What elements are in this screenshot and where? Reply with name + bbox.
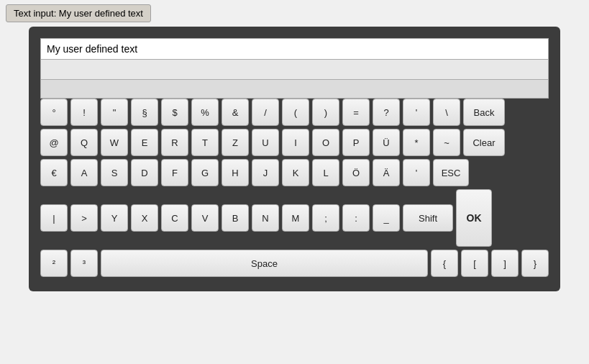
key-quote[interactable]: " [101,99,128,126]
key-tilde[interactable]: ~ [433,129,460,156]
key-b[interactable]: B [222,204,249,232]
key-section[interactable]: § [131,99,158,126]
key-v[interactable]: V [191,204,219,232]
key-rcurly[interactable]: } [521,250,549,277]
key-euro[interactable]: € [40,159,68,186]
key-i[interactable]: I [282,129,309,156]
key-z[interactable]: Z [222,129,249,156]
key-row-5: ² ³ Space { [ ] } [40,250,549,277]
key-g[interactable]: G [191,159,219,186]
key-lparen[interactable]: ( [282,99,309,126]
key-y[interactable]: Y [101,204,128,232]
key-aumlaut[interactable]: Ä [373,159,400,186]
main-text-input[interactable] [40,38,549,60]
key-superscript3[interactable]: ³ [70,250,98,277]
key-at[interactable]: @ [40,129,68,156]
backspace-button[interactable]: Back [463,99,505,126]
key-lbracket[interactable]: [ [461,250,488,277]
key-f[interactable]: F [161,159,188,186]
key-percent[interactable]: % [191,99,219,126]
key-oumlaut[interactable]: Ö [342,159,370,186]
key-rparen[interactable]: ) [312,99,339,126]
key-a[interactable]: A [70,159,98,186]
key-d[interactable]: D [131,159,158,186]
key-colon[interactable]: : [342,204,370,232]
tertiary-input-field [40,80,549,99]
key-uumlaut[interactable]: Ü [373,129,400,156]
key-k[interactable]: K [282,159,309,186]
key-l[interactable]: L [312,159,339,186]
clear-button[interactable]: Clear [463,129,505,156]
key-row-4: | > Y X C V B N M ; : _ Shift OK [40,189,549,247]
key-underscore[interactable]: _ [373,204,400,232]
key-t[interactable]: T [191,129,219,156]
key-equals[interactable]: = [342,99,370,126]
key-q[interactable]: Q [70,129,98,156]
secondary-input-field [40,60,549,80]
key-slash[interactable]: / [252,99,279,126]
key-singlequote[interactable]: ' [403,159,430,186]
key-row-3: € A S D F G H J K L Ö Ä ' ESC [40,159,549,186]
key-backtick[interactable]: ' [403,99,430,126]
key-semicolon[interactable]: ; [312,204,339,232]
key-superscript2[interactable]: ² [40,250,68,277]
shift-button[interactable]: Shift [403,204,453,232]
key-h[interactable]: H [222,159,249,186]
main-key-rows: ° ! " § $ % & / ( ) = ? ' \ Back @ Q W [40,99,549,280]
key-row-2: @ Q W E R T Z U I O P Ü * ~ Clear [40,129,549,156]
key-gt[interactable]: > [70,204,98,232]
key-r[interactable]: R [161,129,188,156]
key-lcurly[interactable]: { [431,250,458,277]
key-x[interactable]: X [131,204,158,232]
key-pipe[interactable]: | [40,204,68,232]
key-c[interactable]: C [161,204,188,232]
key-m[interactable]: M [282,204,309,232]
key-p[interactable]: P [342,129,370,156]
key-backslash[interactable]: \ [433,99,460,126]
esc-button[interactable]: ESC [433,159,469,186]
key-e[interactable]: E [131,129,158,156]
space-button[interactable]: Space [101,250,428,277]
key-j[interactable]: J [252,159,279,186]
key-dollar[interactable]: $ [161,99,188,126]
key-u[interactable]: U [252,129,279,156]
key-rbracket[interactable]: ] [491,250,519,277]
key-ampersand[interactable]: & [222,99,249,126]
keyboard-area: ° ! " § $ % & / ( ) = ? ' \ Back @ Q W [40,99,549,280]
key-w[interactable]: W [101,129,128,156]
keyboard-container: ° ! " § $ % & / ( ) = ? ' \ Back @ Q W [29,27,560,291]
key-degree[interactable]: ° [40,99,68,126]
key-asterisk[interactable]: * [403,129,430,156]
ok-button[interactable]: OK [456,189,492,247]
key-n[interactable]: N [252,204,279,232]
tooltip-bar: Text input: My user defined text [6,4,151,22]
key-exclaim[interactable]: ! [70,99,98,126]
key-row-1: ° ! " § $ % & / ( ) = ? ' \ Back [40,99,549,126]
key-question[interactable]: ? [373,99,400,126]
key-o[interactable]: O [312,129,339,156]
key-s[interactable]: S [101,159,128,186]
